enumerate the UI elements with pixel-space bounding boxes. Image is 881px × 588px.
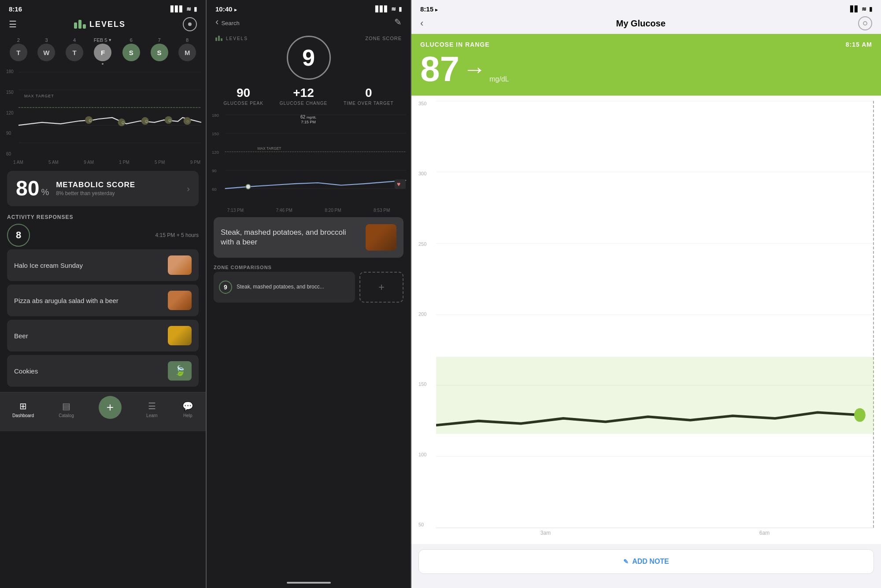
- learn-icon: ☰: [148, 401, 156, 411]
- activity-item-pizza[interactable]: Pizza abs arugula salad with a beer: [7, 285, 199, 316]
- dashed-line: [873, 101, 874, 528]
- screen2-time: 10:40 ▸: [215, 5, 237, 13]
- svg-text:60: 60: [212, 186, 217, 191]
- screen1-chart: 1801501209060 MAX TARGET ☺ ☺ ☺: [0, 67, 206, 158]
- food-card-text: Steak, mashed potatoes, and broccoli wit…: [221, 228, 360, 247]
- back-button[interactable]: ‹ Search: [215, 16, 240, 28]
- menu-icon[interactable]: ☰: [9, 19, 17, 30]
- zone-comp-item-steak[interactable]: 9 Steak, mashed potatoes, and brocc...: [214, 272, 355, 303]
- signal-icon: ▋▋▋: [375, 6, 389, 12]
- screen3-my-glucose: 8:15 ▸ ▋▋ ≋ ▮ ‹ My Glucose GLUCOSE IN RA…: [411, 0, 881, 588]
- chart-tooltip: 62 mg/dL 7:15 PM: [300, 115, 316, 124]
- stat-glucose-peak: 90 GLUCOSE PEAK: [223, 86, 263, 106]
- screen2-chart-x-labels: 7:13 PM7:46 PM8:20 PM8:53 PM: [207, 207, 411, 214]
- activity-item-beer[interactable]: Beer: [7, 320, 199, 351]
- add-zone-button[interactable]: +: [359, 272, 403, 303]
- activity-item-cookies[interactable]: Cookies 🍃: [7, 355, 199, 387]
- logo-bar3: [83, 24, 86, 29]
- activity-header: 8 4:15 PM + 5 hours: [0, 222, 206, 249]
- screen2-nav: ‹ Search ✎: [207, 15, 411, 31]
- catalog-icon: ▤: [62, 401, 70, 411]
- chart-x-labels: 1 AM5 AM9 AM1 PM5 PM9 PM: [0, 158, 206, 166]
- home-indicator: [287, 582, 331, 584]
- pizza-thumbnail: [168, 291, 192, 310]
- add-note-button[interactable]: ✎ ADD NOTE: [418, 549, 874, 574]
- logo-bar2: [78, 20, 81, 29]
- screen3-status-icons: ▋▋ ≋ ▮: [850, 6, 872, 12]
- green-zone: [436, 357, 874, 433]
- levels-logo-small: LEVELS: [215, 36, 248, 41]
- food-card[interactable]: Steak, mashed potatoes, and broccoli wit…: [214, 217, 403, 258]
- grid-line: [436, 243, 874, 244]
- beer-thumbnail: [168, 326, 192, 345]
- zone-comparisons-row: 9 Steak, mashed potatoes, and brocc... +: [207, 272, 411, 303]
- grid-line: [436, 172, 874, 172]
- glucose-in-range-label: GLUCOSE IN RANGE: [420, 41, 490, 48]
- page-title: My Glucose: [616, 18, 666, 29]
- svg-text:180: 180: [212, 113, 219, 118]
- activity-section-title: ACTIVITY RESPONSES: [0, 211, 206, 222]
- nav-catalog-label: Catalog: [59, 413, 74, 418]
- svg-text:90: 90: [212, 168, 217, 173]
- nav-add[interactable]: +: [99, 396, 122, 422]
- edit-button[interactable]: ✎: [394, 17, 402, 27]
- nav-help[interactable]: 💬 Help: [182, 401, 193, 418]
- add-button[interactable]: +: [99, 396, 122, 419]
- zone-comp-text: Steak, mashed potatoes, and brocc...: [237, 284, 324, 291]
- screen1-status-icons: ▋▋▋ ≋ ▮: [170, 6, 197, 12]
- grid-line: [436, 456, 874, 457]
- help-icon: 💬: [182, 401, 193, 411]
- screen2-chart: 62 mg/dL 7:15 PM 180 150 120 90 60 MAX T…: [207, 110, 411, 207]
- screen1-time: 8:16: [9, 5, 22, 13]
- chevron-right-icon: ›: [187, 184, 190, 194]
- chart-y-labels: 1801501209060: [6, 67, 14, 158]
- zone-score-label: ZONE SCORE: [365, 36, 402, 41]
- stats-row: 90 GLUCOSE PEAK +12 GLUCOSE CHANGE 0 TIM…: [207, 81, 411, 110]
- back-button[interactable]: ‹: [420, 18, 423, 29]
- screen3-chart-container: 350 300 250 200 150 100 50: [411, 96, 881, 544]
- svg-point-28: [246, 184, 251, 189]
- day-item-fri[interactable]: FEB 5 ▼ F: [94, 37, 112, 65]
- stat-time-over-target: 0 TIME OVER TARGET: [344, 86, 393, 106]
- day-item-tue[interactable]: 2 T: [10, 37, 27, 65]
- battery-icon: ▮: [869, 6, 872, 12]
- screen3-nav: ‹ My Glucose: [411, 15, 881, 34]
- record-button[interactable]: [858, 16, 872, 30]
- cookies-thumbnail: 🍃: [168, 361, 192, 381]
- screen2-status-bar: 10:40 ▸ ▋▋▋ ≋ ▮: [207, 0, 411, 15]
- days-row: 2 T 3 W 4 T FEB 5 ▼ F 6 S 7 S: [0, 35, 206, 67]
- food-card-image: [366, 224, 396, 251]
- screen3-time: 8:15 ▸: [420, 5, 438, 13]
- svg-text:♥: ♥: [397, 180, 400, 187]
- zone-comparisons-title: ZONE COMPARISONS: [207, 261, 411, 272]
- nav-dashboard-label: Dashboard: [12, 413, 34, 418]
- record-icon: [863, 21, 867, 26]
- day-item-mon[interactable]: 8 M: [178, 37, 196, 65]
- nav-catalog[interactable]: ▤ Catalog: [59, 401, 74, 418]
- nav-dashboard[interactable]: ⊞ Dashboard: [12, 401, 34, 418]
- score-value: 80 %: [16, 178, 49, 199]
- glucose-header: GLUCOSE IN RANGE 8:15 AM 87 → mg/dL: [411, 34, 881, 96]
- svg-text:☺: ☺: [121, 120, 126, 125]
- activity-item-icecream[interactable]: Halo Ice cream Sunday: [7, 249, 199, 281]
- screen3-status-bar: 8:15 ▸ ▋▋ ≋ ▮: [411, 0, 881, 15]
- metabolic-score-card[interactable]: 80 % METABOLIC SCORE 8% better than yest…: [7, 171, 199, 206]
- day-item-sun[interactable]: 7 S: [151, 37, 168, 65]
- battery-icon: ▮: [399, 6, 402, 12]
- day-item-wed[interactable]: 3 W: [37, 37, 55, 65]
- day-item-thu[interactable]: 4 T: [66, 37, 83, 65]
- screen1-top-nav: ☰ LEVELS: [0, 15, 206, 35]
- screen3-chart: [436, 101, 874, 528]
- nav-learn[interactable]: ☰ Learn: [146, 401, 158, 418]
- svg-text:150: 150: [212, 131, 219, 136]
- target-icon[interactable]: [183, 17, 197, 31]
- activity-list: Halo Ice cream Sunday Pizza abs arugula …: [0, 249, 206, 387]
- day-item-sat[interactable]: 6 S: [122, 37, 140, 65]
- signal-icon: ▋▋: [850, 6, 859, 12]
- screen1-levels-dashboard: 8:16 ▋▋▋ ≋ ▮ ☰ LEVELS 2: [0, 0, 206, 588]
- svg-text:☺: ☺: [88, 118, 93, 123]
- icecream-thumbnail: [168, 255, 192, 275]
- chart-y-labels: 350 300 250 200 150 100 50: [418, 101, 426, 527]
- battery-icon: ▮: [194, 6, 197, 12]
- signal-icon: ▋▋▋: [170, 6, 184, 12]
